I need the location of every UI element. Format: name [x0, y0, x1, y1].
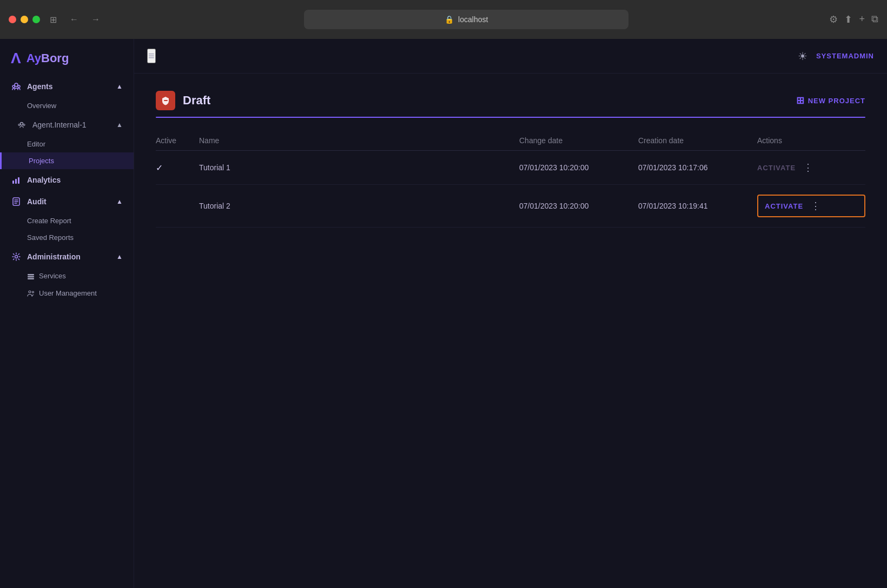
sidebar-item-create-report[interactable]: Create Report [0, 212, 134, 229]
agent-internal-label: Agent.Internal-1 [32, 121, 87, 129]
sidebar-item-audit[interactable]: Audit ▲ [0, 191, 134, 212]
svg-point-13 [15, 256, 18, 258]
services-icon [27, 272, 35, 280]
page-title-area: Draft [156, 91, 210, 110]
page-content: Draft ⊞ NEW PROJECT Active Name Change d… [134, 74, 887, 588]
svg-rect-15 [28, 276, 34, 277]
administration-chevron: ▲ [116, 253, 123, 260]
col-creation-date: Creation date [638, 136, 757, 145]
more-options-button-1[interactable]: ⋮ [800, 161, 816, 175]
svg-rect-7 [15, 179, 17, 184]
row-change-date: 07/01/2023 10:20:00 [519, 202, 638, 210]
table-row: ✓ Tutorial 1 07/01/2023 10:20:00 07/01/2… [156, 151, 865, 185]
new-project-button[interactable]: ⊞ NEW PROJECT [796, 95, 865, 106]
svg-point-18 [32, 291, 34, 293]
sidebar-item-overview[interactable]: Overview [0, 97, 134, 114]
forward-button[interactable]: → [88, 12, 103, 26]
svg-rect-14 [28, 274, 34, 276]
administration-label: Administration [27, 252, 81, 261]
table-row: Tutorial 2 07/01/2023 10:20:00 07/01/202… [156, 185, 865, 228]
row-change-date: 07/01/2023 10:20:00 [519, 163, 638, 172]
svg-point-4 [18, 124, 20, 126]
row-actions-1: ACTIVATE ⋮ [757, 161, 865, 175]
col-actions: Actions [757, 136, 865, 145]
svg-point-5 [23, 124, 25, 126]
svg-rect-8 [18, 177, 19, 184]
analytics-label: Analytics [27, 176, 61, 184]
table-header: Active Name Change date Creation date Ac… [156, 131, 865, 151]
col-change-date: Change date [519, 136, 638, 145]
sidebar-nav: Agents ▲ Overview Agent.Internal-1 ▲ [0, 76, 134, 588]
sidebar-item-analytics[interactable]: Analytics [0, 169, 134, 191]
audit-label: Audit [27, 197, 47, 206]
browser-chrome: ⊞ ← → 🔒 localhost ⚙ ⬆ + ⧉ [0, 0, 887, 39]
analytics-icon [11, 175, 22, 185]
svg-point-2 [18, 85, 20, 88]
administration-icon [11, 251, 22, 262]
row-creation-date: 07/01/2023 10:17:06 [638, 163, 757, 172]
projects-table: Active Name Change date Creation date Ac… [156, 131, 865, 228]
agents-label: Agents [27, 82, 52, 91]
sidebar-item-editor[interactable]: Editor [0, 136, 134, 152]
logo-text: AyBorg [27, 51, 69, 65]
svg-rect-16 [28, 278, 34, 279]
hamburger-button[interactable]: ≡ [147, 49, 156, 63]
sidebar-item-projects[interactable]: Projects [0, 152, 134, 169]
settings-icon[interactable]: ⚙ [829, 14, 838, 25]
row-name: Tutorial 2 [199, 202, 519, 210]
logo-icon: Λ [11, 50, 21, 67]
sidebar-item-user-management[interactable]: User Management [0, 285, 134, 302]
audit-icon [11, 196, 22, 207]
agents-chevron: ▲ [116, 83, 123, 90]
agent-internal-chevron: ▲ [116, 121, 123, 129]
col-active: Active [156, 136, 199, 145]
plus-icon: ⊞ [796, 95, 805, 106]
row-creation-date: 07/01/2023 10:19:41 [638, 202, 757, 210]
minimize-button[interactable] [21, 16, 28, 23]
browser-icons-right: ⚙ ⬆ + ⧉ [829, 14, 878, 25]
col-name: Name [199, 136, 519, 145]
tabs-icon[interactable]: ⧉ [871, 14, 878, 25]
audit-chevron: ▲ [116, 198, 123, 205]
logo-area: Λ AyBorg [0, 39, 134, 76]
user-management-icon [27, 289, 35, 298]
active-check-icon: ✓ [156, 163, 199, 173]
page-header: Draft ⊞ NEW PROJECT [156, 91, 865, 110]
maximize-button[interactable] [32, 16, 40, 23]
close-button[interactable] [9, 16, 16, 23]
svg-rect-6 [12, 181, 14, 184]
app: Λ AyBorg Agents ▲ [0, 39, 887, 588]
sidebar-item-agent-internal[interactable]: Agent.Internal-1 ▲ [0, 114, 134, 136]
url-text: localhost [458, 15, 488, 24]
main-content: ≡ ☀ SYSTEMADMIN Draft ⊞ [134, 39, 887, 588]
page-divider [156, 117, 865, 118]
activate-button-1[interactable]: ACTIVATE [757, 164, 796, 172]
page-title: Draft [183, 93, 210, 108]
new-tab-icon[interactable]: + [859, 14, 865, 25]
row-name: Tutorial 1 [199, 163, 519, 172]
traffic-lights [9, 16, 40, 23]
sidebar-toggle-browser[interactable]: ⊞ [47, 12, 60, 27]
address-bar[interactable]: 🔒 localhost [304, 10, 628, 29]
sidebar-item-services[interactable]: Services [0, 268, 134, 285]
activate-button-2[interactable]: ACTIVATE [765, 202, 803, 210]
more-options-button-2[interactable]: ⋮ [807, 199, 824, 213]
svg-point-1 [12, 85, 15, 88]
svg-point-17 [29, 291, 31, 293]
sidebar-item-administration[interactable]: Administration ▲ [0, 246, 134, 268]
svg-point-3 [21, 123, 23, 125]
row-actions-2: ACTIVATE ⋮ [757, 195, 865, 217]
sidebar: Λ AyBorg Agents ▲ [0, 39, 134, 588]
sidebar-item-agents[interactable]: Agents ▲ [0, 76, 134, 97]
svg-point-0 [15, 83, 18, 86]
sidebar-item-saved-reports[interactable]: Saved Reports [0, 229, 134, 246]
share-icon[interactable]: ⬆ [844, 14, 852, 25]
lock-icon: 🔒 [445, 15, 454, 24]
shield-icon [156, 91, 175, 110]
agents-icon [11, 81, 22, 92]
back-button[interactable]: ← [67, 12, 82, 26]
agent-icon [16, 119, 27, 130]
user-label: SYSTEMADMIN [816, 52, 874, 60]
app-header: ≡ ☀ SYSTEMADMIN [134, 39, 887, 74]
theme-toggle-icon[interactable]: ☀ [798, 50, 807, 63]
